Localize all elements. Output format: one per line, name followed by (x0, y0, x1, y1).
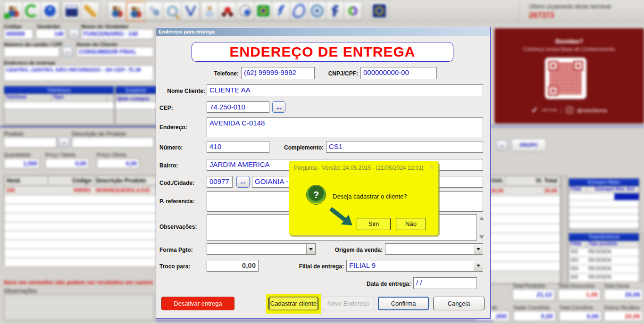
price-empty-row[interactable] (482, 205, 560, 215)
transf-row[interactable]: 004 REVENDA (569, 265, 639, 274)
price-row[interactable]: 20,06 20,06 (482, 186, 560, 196)
codigo-input[interactable]: 000000 (4, 29, 33, 39)
nome-cliente-bg-input[interactable]: CONSUMIDOR FINAL (76, 47, 154, 57)
data-entrega-input[interactable]: / / (413, 277, 477, 289)
observacoes-bg-box[interactable] (4, 294, 154, 321)
brazil-flag-icon[interactable] (254, 1, 273, 20)
refresh-green-icon[interactable] (22, 1, 41, 20)
save-icon[interactable] (62, 1, 81, 20)
preco-oferta-input[interactable]: 0,00 (97, 158, 139, 168)
price-empty-row[interactable] (482, 215, 560, 224)
confirma-button[interactable]: Confirma (378, 297, 429, 310)
modal-title-bar[interactable]: Endereço para entrega (156, 27, 490, 36)
quantidade-input[interactable]: 1,000 (4, 158, 40, 168)
items-empty-row[interactable] (4, 249, 156, 258)
transferencia-scrollbar[interactable] (639, 233, 644, 282)
filial-entrega-select[interactable]: FILIAL 9 (346, 260, 483, 272)
complemento-input[interactable]: CS1 (326, 141, 483, 153)
items-empty-row[interactable] (4, 213, 156, 222)
edit-pencil-icon[interactable] (81, 1, 100, 20)
observacoes-scroll-up[interactable] (479, 216, 484, 220)
estoque-empty-row[interactable] (569, 222, 639, 229)
vendedor-browse-button[interactable]: ... (69, 29, 79, 39)
forma-pgto-dropdown-button[interactable] (306, 244, 315, 254)
price-empty-row[interactable] (482, 252, 560, 262)
delivery-moto-icon[interactable] (218, 1, 237, 20)
estoque-row[interactable] (569, 193, 639, 200)
sngpc-browse-button[interactable]: ... (496, 140, 508, 150)
cadastrar-cliente-button[interactable]: Cadastrar cliente (268, 297, 318, 310)
sngpc-button[interactable]: SNGPC (511, 139, 546, 152)
produto-input[interactable] (4, 137, 57, 148)
cod-cidade-label: Cod./Cidade: (159, 180, 194, 186)
price-table-scrollbar[interactable] (561, 175, 568, 284)
price-empty-row[interactable] (482, 262, 560, 271)
items-empty-row[interactable] (4, 231, 156, 240)
origem-venda-dropdown-button[interactable] (474, 244, 482, 254)
transf-row[interactable]: 005 REVENDA (569, 274, 639, 282)
desativar-entrega-button[interactable]: Desativar entrega (161, 297, 234, 310)
sync-purple-icon[interactable] (343, 1, 362, 20)
numero-input[interactable]: 410 (207, 141, 269, 153)
f-mark-icon[interactable] (326, 1, 344, 20)
telefone-input[interactable]: (62) 99999-9992 (241, 67, 315, 79)
clients-selected-icon[interactable] (126, 1, 146, 21)
price-empty-row[interactable] (482, 196, 560, 205)
origem-venda-select[interactable] (385, 243, 483, 255)
cartao-input[interactable] (4, 47, 59, 57)
price-empty-row[interactable] (482, 233, 560, 243)
items-empty-row[interactable] (4, 195, 156, 204)
telefones-empty-row[interactable] (4, 102, 114, 109)
nao-button[interactable]: Não (396, 218, 426, 230)
cancela-button[interactable]: Cancela (433, 297, 485, 310)
items-row-selected[interactable]: 140 000001 MUNHEQUEIRA AJUS (4, 186, 156, 195)
target-icon[interactable] (308, 1, 326, 20)
nome-cliente-input[interactable]: CLIENTE AA (207, 84, 483, 96)
nome-vendedor-input[interactable]: FUNCIONARIO - 140 (81, 29, 154, 39)
estatistica-empty-row[interactable] (116, 102, 156, 109)
clients-group-icon[interactable] (108, 1, 126, 20)
descricao-produto-input[interactable] (72, 137, 154, 148)
web-globe-icon[interactable] (236, 1, 255, 20)
items-empty-row[interactable] (4, 204, 156, 213)
search-icon[interactable] (163, 1, 182, 20)
vendedor-input[interactable]: 140 (36, 29, 66, 39)
sim-button[interactable]: Sim (357, 218, 391, 230)
telefones-title: Telefones (4, 86, 114, 94)
items-empty-row[interactable] (4, 240, 156, 249)
price-empty-row[interactable] (482, 224, 560, 233)
troco-input[interactable]: 0,00 (207, 260, 259, 272)
estoque-selected-cell[interactable] (614, 193, 639, 200)
cep-browse-button[interactable]: ... (272, 101, 285, 113)
items-empty-row[interactable] (4, 258, 156, 267)
cep-input[interactable]: 74.250-010 (207, 101, 269, 113)
clients-copy-icon[interactable] (144, 1, 163, 20)
estoque-empty-row[interactable] (569, 208, 639, 215)
novo-endereco-button[interactable]: Novo Endereço (323, 297, 374, 310)
bolt-icon[interactable] (272, 1, 291, 20)
gold-ring-icon[interactable] (370, 1, 389, 20)
estoque-empty-row[interactable] (569, 215, 639, 222)
cidade-browse-button[interactable]: ... (236, 176, 250, 188)
g-mark-icon[interactable] (290, 1, 309, 20)
cnpj-input[interactable]: 000000000-00 (360, 67, 437, 79)
observacoes-scroll-down[interactable] (479, 235, 484, 239)
preco-tabela-input[interactable]: 0,00 (45, 158, 89, 168)
filial-dropdown-button[interactable] (474, 261, 482, 271)
forma-pgto-select[interactable] (207, 243, 316, 255)
endereco-entrega-box[interactable]: CENTRO, CENTRO, NÃO INFORMADO - SN CEP: … (4, 65, 154, 81)
endereco-input[interactable]: AVENIDA C-0148 (207, 117, 483, 137)
price-empty-row[interactable] (482, 243, 560, 252)
transf-row[interactable]: 003 REVENDA (569, 257, 639, 265)
transf-row[interactable]: 002 REVENDA (569, 248, 639, 257)
items-empty-row[interactable] (4, 222, 156, 231)
info-icon[interactable] (41, 1, 59, 20)
estoque-empty-row[interactable] (569, 200, 639, 208)
cartao-browse-button[interactable]: ... (62, 47, 73, 57)
catalog-book-icon[interactable] (181, 1, 200, 20)
produto-browse-button[interactable]: ... (59, 137, 70, 148)
close-icon[interactable]: ✕ (429, 164, 434, 171)
cod-cidade-input[interactable]: 00977 (207, 176, 233, 188)
person-icon[interactable] (200, 1, 219, 20)
add-client-icon[interactable] (4, 1, 23, 20)
